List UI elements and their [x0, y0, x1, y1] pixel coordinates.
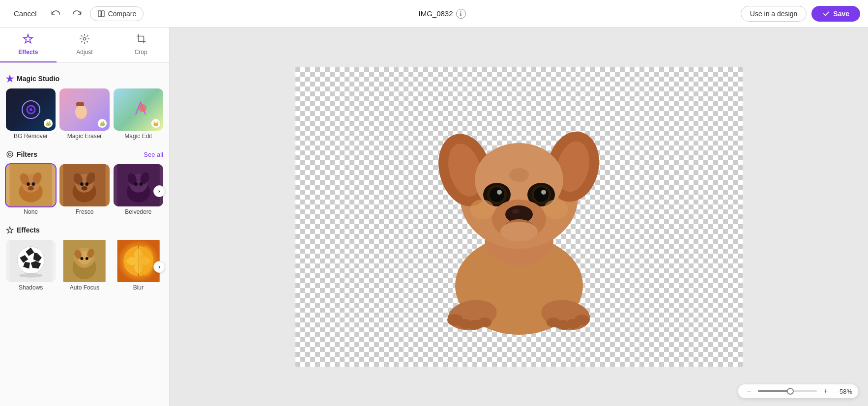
svg-point-16 — [27, 182, 30, 186]
zoom-out-button[interactable]: − — [744, 386, 754, 396]
magic-studio-grid: 👑 BG Remover 👑 — [6, 88, 163, 143]
canvas-wrapper — [295, 67, 743, 367]
effects-section-title: Effects — [6, 226, 40, 234]
effects-section-header: Effects — [6, 226, 163, 234]
svg-point-44 — [86, 257, 88, 260]
compare-button[interactable]: Compare — [90, 6, 144, 21]
effects-section-label: Effects — [17, 226, 40, 234]
filter-fresco-label: Fresco — [59, 206, 109, 218]
filters-grid: None — [6, 164, 163, 218]
svg-point-25 — [86, 182, 89, 186]
svg-point-77 — [512, 209, 520, 214]
filter-none-label: None — [6, 206, 56, 218]
magic-studio-label: Magic Studio — [17, 75, 59, 83]
svg-point-73 — [534, 187, 549, 202]
magic-eraser-visual — [72, 97, 97, 122]
zoom-slider[interactable] — [758, 390, 817, 392]
svg-point-17 — [31, 182, 35, 186]
use-in-design-button[interactable]: Use in a design — [741, 6, 807, 22]
svg-point-18 — [28, 186, 34, 191]
undo-button[interactable] — [47, 6, 64, 22]
magic-studio-header: Magic Studio — [6, 75, 163, 83]
sidebar-content: Magic Studio 👑 — [0, 63, 169, 406]
tab-crop[interactable]: Crop — [113, 28, 169, 62]
zoom-in-button[interactable]: + — [821, 386, 831, 396]
zoom-percent-label: 58% — [835, 388, 852, 395]
filters-label: Filters — [17, 150, 37, 158]
effects-tab-icon — [23, 33, 33, 47]
magic-card-bg-remover[interactable]: 👑 BG Remover — [6, 88, 56, 143]
zoom-slider-track — [758, 390, 790, 392]
eraser-crown: 👑 — [98, 119, 107, 128]
effect-shadows-preview — [6, 240, 56, 282]
filter-fresco-preview — [59, 164, 109, 206]
magic-card-eraser[interactable]: 👑 Magic Eraser — [59, 88, 109, 143]
tab-effects-label: Effects — [18, 49, 38, 56]
svg-rect-7 — [76, 102, 84, 106]
tab-crop-label: Crop — [135, 49, 147, 56]
info-icon[interactable]: ℹ — [456, 9, 466, 19]
svg-point-32 — [134, 182, 138, 186]
svg-point-81 — [544, 200, 568, 219]
svg-point-82 — [509, 168, 529, 182]
filters-next-button[interactable]: › — [153, 185, 165, 197]
filename: IMG_0832 — [419, 9, 453, 18]
svg-point-70 — [497, 190, 502, 195]
effect-autofocus-preview — [59, 240, 109, 282]
tab-adjust[interactable]: Adjust — [57, 28, 113, 62]
save-label: Save — [833, 10, 849, 18]
svg-point-33 — [139, 182, 143, 186]
effect-blur-label: Blur — [114, 282, 163, 294]
save-button[interactable]: Save — [811, 6, 860, 22]
svg-rect-1 — [101, 11, 104, 17]
effect-card-shadows[interactable]: Shadows — [6, 240, 56, 294]
svg-point-24 — [80, 182, 84, 186]
adjust-tab-icon — [79, 33, 90, 47]
tab-effects[interactable]: Effects — [0, 28, 57, 62]
zoom-slider-thumb — [787, 388, 794, 395]
save-check-icon — [822, 10, 830, 18]
main-layout: Effects Adjust Crop Magic Stud — [0, 28, 868, 406]
svg-point-69 — [490, 187, 504, 202]
magic-studio-icon — [6, 75, 14, 83]
effect-card-autofocus[interactable]: Auto Focus — [59, 240, 109, 294]
sidebar: Effects Adjust Crop Magic Stud — [0, 28, 170, 406]
effect-autofocus-label: Auto Focus — [59, 282, 109, 294]
effects-grid: Shadows — [6, 240, 163, 294]
svg-point-54 — [478, 318, 492, 327]
dog-image — [401, 89, 637, 345]
filter-card-fresco[interactable]: Fresco — [59, 164, 109, 218]
topbar: Cancel Compare IMG_0832 ℹ Use in a desig… — [0, 0, 868, 28]
eraser-label: Magic Eraser — [59, 131, 109, 143]
svg-rect-0 — [98, 11, 101, 17]
redo-button[interactable] — [68, 6, 86, 22]
topbar-right: Use in a design Save — [741, 6, 860, 22]
effects-section-icon — [6, 226, 14, 234]
filter-card-none[interactable]: None — [6, 164, 56, 218]
svg-point-5 — [29, 108, 32, 111]
svg-point-8 — [139, 104, 146, 112]
cancel-button[interactable]: Cancel — [8, 6, 43, 21]
effects-next-button[interactable]: › — [153, 261, 165, 273]
svg-point-59 — [575, 315, 589, 325]
tab-adjust-label: Adjust — [76, 49, 92, 56]
filters-title: Filters — [6, 150, 37, 158]
magic-card-edit[interactable]: 👑 Magic Edit — [114, 88, 163, 143]
magic-studio-title: Magic Studio — [6, 75, 59, 83]
filter-none-preview — [6, 164, 56, 206]
effect-shadows-label: Shadows — [6, 282, 56, 294]
filters-see-all-button[interactable]: See all — [144, 151, 163, 158]
topbar-left: Cancel Compare — [8, 6, 144, 22]
svg-point-79 — [500, 222, 538, 241]
svg-point-10 — [8, 153, 11, 155]
svg-point-36 — [19, 273, 43, 278]
svg-point-80 — [470, 200, 494, 219]
crop-tab-icon — [136, 33, 146, 47]
filters-header: Filters See all — [6, 150, 163, 158]
bg-remover-visual — [21, 100, 41, 119]
filter-card-belvedere[interactable]: Belvedere › — [114, 164, 163, 218]
svg-point-74 — [541, 190, 546, 195]
tab-bar: Effects Adjust Crop — [0, 28, 169, 63]
svg-point-6 — [75, 105, 87, 119]
effect-card-blur[interactable]: Blur › — [114, 240, 163, 294]
